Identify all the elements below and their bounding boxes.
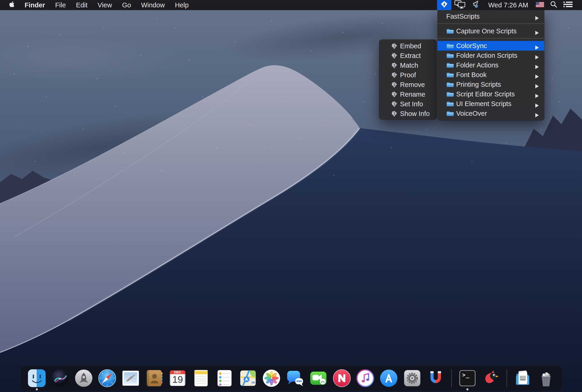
menu-item-voiceover[interactable]: VoiceOver	[438, 108, 544, 118]
dock-item-reminders[interactable]	[215, 369, 234, 388]
dock-item-calendar[interactable]: DEC 19	[168, 369, 187, 388]
safari-icon	[98, 369, 116, 388]
applescript-script-icon	[390, 91, 398, 98]
folder-icon	[446, 110, 454, 117]
menu-item-folder-actions[interactable]: Folder Actions	[438, 60, 544, 70]
menu-item-label: Folder Actions	[456, 62, 498, 69]
menubar-item-edit[interactable]: Edit	[71, 0, 92, 10]
submenu-arrow-icon	[535, 92, 539, 96]
folder-icon	[446, 72, 454, 78]
messages-icon	[286, 369, 304, 388]
displays-icon	[454, 0, 465, 10]
dock-item-photos[interactable]	[262, 369, 281, 388]
menu-bar: Finder File Edit View Go Window Help	[0, 0, 582, 10]
displays-menu-extra[interactable]	[451, 0, 468, 10]
menu-separator	[438, 38, 544, 39]
menu-item-label: Printing Scripts	[456, 81, 501, 88]
submenu-item-match[interactable]: Match	[379, 60, 436, 70]
dock-item-maps[interactable]: 3D	[239, 369, 257, 388]
reminders-icon	[215, 369, 234, 388]
folder-icon	[446, 28, 454, 34]
folder-icon	[446, 52, 454, 59]
dock-item-launchpad[interactable]	[74, 369, 93, 388]
input-source-menu-extra[interactable]	[533, 0, 547, 10]
fastscripts-dropdown-menu: FastScripts Capture One Scripts ColorSyn…	[438, 10, 544, 120]
dock-item-siri[interactable]	[51, 369, 70, 388]
submenu-item-embed[interactable]: Embed	[379, 41, 436, 51]
dock-item-messages[interactable]	[286, 369, 304, 388]
dock-item-itunes[interactable]	[356, 369, 374, 388]
submenu-arrow-icon	[535, 44, 539, 48]
dock-item-safari[interactable]	[98, 369, 116, 388]
submenu-item-set-info[interactable]: Set Info	[379, 99, 436, 109]
folder-icon	[446, 43, 454, 49]
contacts-icon	[145, 369, 163, 388]
menu-item-font-book[interactable]: Font Book	[438, 70, 544, 80]
menu-item-label: ColorSync	[456, 42, 487, 50]
submenu-item-label: Show Info	[400, 110, 430, 118]
pointer-tool-icon	[471, 0, 480, 10]
menu-item-script-editor-scripts[interactable]: Script Editor Scripts	[438, 89, 544, 99]
submenu-arrow-icon	[535, 14, 539, 18]
menu-item-label: Capture One Scripts	[456, 28, 517, 35]
pointer-tool-menu-extra[interactable]	[468, 0, 484, 10]
folder-icon	[446, 82, 454, 88]
dock-item-magnet[interactable]	[426, 369, 445, 388]
submenu-item-label: Embed	[400, 42, 421, 50]
applescript-script-icon	[390, 81, 398, 88]
menubar-app-name[interactable]: Finder	[20, 0, 50, 10]
menu-item-fastscripts[interactable]: FastScripts	[438, 12, 544, 21]
menubar-item-go[interactable]: Go	[117, 0, 136, 10]
colorsync-submenu: Embed Extract Match Proof Remove Rename …	[379, 40, 436, 120]
apple-menu[interactable]	[0, 0, 20, 10]
submenu-item-remove[interactable]: Remove	[379, 80, 436, 90]
submenu-item-proof[interactable]: Proof	[379, 70, 436, 80]
magnet-icon	[426, 369, 445, 388]
dock-item-contacts[interactable]	[145, 369, 163, 388]
notification-center-menu-extra[interactable]	[560, 0, 576, 10]
dock-item-documents-stack[interactable]	[514, 369, 532, 388]
submenu-item-extract[interactable]: Extract	[379, 51, 436, 60]
menu-item-label: Folder Action Scripts	[456, 52, 517, 59]
menubar-status-area: Wed 7:26 AM	[437, 0, 582, 10]
menu-item-folder-action-scripts[interactable]: Folder Action Scripts	[438, 50, 544, 60]
menu-item-colorsync[interactable]: ColorSync	[438, 41, 544, 50]
system-preferences-icon	[403, 369, 422, 388]
fastscripts-script-icon	[440, 0, 448, 10]
submenu-item-label: Set Info	[400, 100, 423, 108]
submenu-item-rename[interactable]: Rename	[379, 90, 436, 99]
dock-item-trash[interactable]	[537, 369, 555, 388]
menubar-item-help[interactable]: Help	[170, 0, 194, 10]
facetime-icon	[309, 369, 328, 388]
dock-item-finder[interactable]	[28, 369, 46, 388]
menubar-item-window[interactable]: Window	[136, 0, 170, 10]
fastscripts-menu-extra[interactable]	[437, 0, 451, 10]
menu-item-printing-scripts[interactable]: Printing Scripts	[438, 80, 544, 89]
dock-item-notes[interactable]	[192, 369, 210, 388]
folder-icon	[446, 62, 454, 68]
running-indicator	[36, 388, 38, 390]
dock-item-system-preferences[interactable]	[403, 369, 422, 388]
menubar-item-file[interactable]: File	[50, 0, 71, 10]
dock-item-facetime[interactable]	[309, 369, 328, 388]
spotlight-menu-extra[interactable]	[547, 0, 560, 10]
dock-item-terminal[interactable]: >_	[458, 369, 477, 388]
dock-item-cardinal-bird-app[interactable]	[482, 369, 500, 388]
menu-item-label: FastScripts	[446, 13, 480, 20]
spotlight-search-icon	[550, 1, 558, 10]
dock-item-app-store[interactable]	[380, 369, 398, 388]
menu-item-ui-element-scripts[interactable]: UI Element Scripts	[438, 99, 544, 108]
submenu-arrow-icon	[535, 53, 539, 58]
menu-item-capture-one-scripts[interactable]: Capture One Scripts	[438, 26, 544, 36]
submenu-item-show-info[interactable]: Show Info	[379, 109, 436, 118]
submenu-arrow-icon	[535, 82, 539, 86]
us-flag-icon	[536, 2, 544, 9]
dock-item-news[interactable]	[333, 369, 351, 388]
menubar-item-view[interactable]: View	[92, 0, 117, 10]
dock-separator	[506, 369, 507, 387]
apple-logo-icon	[9, 1, 14, 9]
menubar-clock[interactable]: Wed 7:26 AM	[484, 2, 533, 9]
photos-icon	[262, 369, 281, 388]
submenu-item-label: Proof	[400, 71, 416, 79]
dock-item-mail[interactable]	[122, 369, 140, 388]
